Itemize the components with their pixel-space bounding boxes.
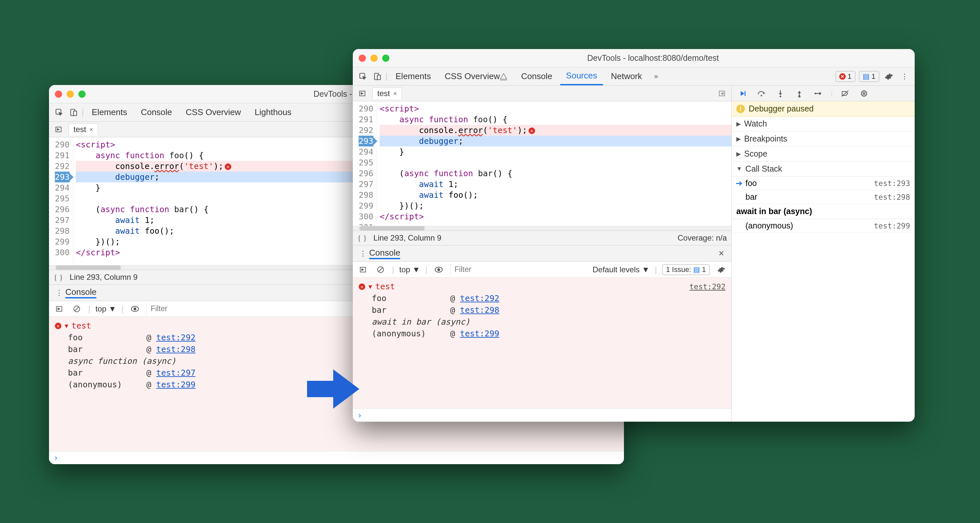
context-selector[interactable]: top ▼ — [95, 304, 116, 314]
close-icon[interactable]: × — [393, 90, 397, 97]
devtools-window-right: DevTools - localhost:8080/demo/test | El… — [353, 49, 915, 422]
device-toggle-icon[interactable] — [371, 70, 383, 83]
more-tabs-icon[interactable]: » — [650, 70, 662, 83]
close-window-icon[interactable] — [359, 54, 366, 62]
more-icon[interactable]: ⋮ — [53, 287, 65, 299]
debugger-sidebar: | i Debugger paused ▶Watch ▶Breakpoints … — [732, 86, 915, 422]
live-expression-icon[interactable] — [129, 303, 141, 315]
section-breakpoints[interactable]: ▶Breakpoints — [732, 131, 915, 147]
callstack-frame[interactable]: footest:293 — [732, 177, 915, 190]
file-tab-label: test — [377, 89, 390, 98]
close-icon[interactable]: × — [89, 126, 94, 133]
svg-line-20 — [379, 268, 382, 272]
stack-frame[interactable]: foo@ test:292 — [359, 293, 725, 304]
clear-console-icon[interactable] — [374, 263, 387, 276]
pretty-print-button[interactable]: { } — [54, 273, 63, 282]
inspect-icon[interactable] — [357, 70, 369, 83]
console-output[interactable]: ✕▼testtest:292foo@ test:292bar@ test:298… — [353, 277, 732, 408]
step-icon[interactable] — [812, 87, 824, 100]
stack-frame[interactable]: await in bar (async) — [359, 316, 725, 328]
code-editor[interactable]: 290291292293294295296297298299300301302 … — [353, 101, 732, 226]
window-controls — [55, 91, 86, 98]
tab-css-overview[interactable]: CSS Overview — [180, 103, 247, 121]
console-settings-icon[interactable] — [715, 263, 727, 276]
maximize-window-icon[interactable] — [382, 54, 390, 62]
svg-point-34 — [815, 92, 816, 94]
debugger-paused-banner: i Debugger paused — [732, 101, 915, 116]
more-icon[interactable]: ⋮ — [357, 247, 369, 260]
source-link: test:292 — [460, 293, 499, 303]
cursor-position: Line 293, Column 9 — [70, 273, 137, 282]
tab-console[interactable]: Console — [515, 67, 558, 85]
svg-marker-6 — [58, 308, 60, 310]
sidebar-toggle-icon[interactable] — [53, 303, 65, 315]
maximize-window-icon[interactable] — [78, 91, 86, 98]
svg-marker-24 — [764, 92, 765, 94]
svg-line-8 — [75, 307, 79, 311]
line-gutter: 290291292293294295296297298299300 — [49, 137, 73, 265]
line-gutter: 290291292293294295296297298299300301302 — [353, 101, 377, 226]
debugger-toggle-icon[interactable] — [716, 87, 728, 100]
tab-console[interactable]: Console — [135, 103, 178, 121]
drawer-tab-console[interactable]: Console — [65, 287, 96, 298]
svg-point-21 — [438, 268, 440, 271]
console-filter-input[interactable] — [450, 263, 587, 276]
console-prompt[interactable]: › — [353, 408, 732, 422]
clear-console-icon[interactable] — [70, 303, 83, 315]
svg-marker-39 — [307, 369, 360, 408]
callstack-frame[interactable]: (anonymous)test:299 — [732, 219, 915, 233]
svg-point-9 — [134, 308, 136, 310]
tab-network[interactable]: Network — [605, 67, 648, 85]
source-link: test:292 — [689, 281, 725, 293]
section-scope[interactable]: ▶Scope — [732, 147, 915, 161]
close-window-icon[interactable] — [55, 91, 62, 98]
stack-frame[interactable]: bar@ test:298 — [359, 304, 725, 316]
tab-sources[interactable]: Sources — [560, 67, 603, 85]
pretty-print-button[interactable]: { } — [357, 234, 367, 242]
svg-marker-22 — [741, 91, 745, 96]
drawer-tab-console[interactable]: Console — [369, 248, 400, 259]
inspect-icon[interactable] — [53, 106, 65, 119]
file-tab-test[interactable]: test × — [372, 87, 402, 99]
console-prompt[interactable]: › — [49, 451, 624, 464]
callstack-frame[interactable]: bartest:298 — [732, 190, 915, 204]
minimize-window-icon[interactable] — [371, 54, 378, 62]
resume-icon[interactable] — [736, 87, 749, 100]
error-badge[interactable]: ✕1 — [835, 71, 856, 82]
step-out-icon[interactable] — [793, 87, 805, 100]
pause-exceptions-icon[interactable] — [858, 87, 870, 100]
sidebar-toggle-icon[interactable] — [357, 263, 369, 276]
step-into-icon[interactable] — [774, 87, 787, 100]
error-message: test — [375, 281, 395, 293]
section-watch[interactable]: ▶Watch — [732, 116, 915, 131]
settings-icon[interactable] — [883, 70, 895, 83]
section-callstack[interactable]: ▼Call Stack — [732, 161, 915, 177]
stack-frame[interactable]: (anonymous)@ test:299 — [359, 328, 725, 340]
navigator-toggle-icon[interactable] — [356, 87, 369, 100]
step-over-icon[interactable] — [755, 87, 768, 100]
titlebar[interactable]: DevTools - localhost:8080/demo/test — [353, 49, 915, 67]
deactivate-breakpoints-icon[interactable] — [839, 87, 851, 100]
file-tab-label: test — [73, 125, 86, 134]
device-toggle-icon[interactable] — [67, 106, 80, 119]
svg-rect-2 — [73, 111, 77, 115]
tab-css-overview[interactable]: CSS Overview ⧋ — [439, 67, 513, 85]
close-drawer-icon[interactable]: ✕ — [715, 247, 727, 260]
main-tabbar: | Elements CSS Overview ⧋ Console Source… — [353, 67, 915, 86]
tab-elements[interactable]: Elements — [86, 103, 133, 121]
message-badge[interactable]: ▤1 — [859, 71, 880, 82]
tab-lighthouse[interactable]: Lighthous — [249, 103, 298, 121]
file-tab-test[interactable]: test × — [68, 123, 98, 136]
navigator-toggle-icon[interactable] — [52, 123, 65, 136]
issues-badge[interactable]: 1 Issue: ▤ 1 — [662, 264, 710, 275]
minimize-window-icon[interactable] — [67, 91, 74, 98]
context-selector[interactable]: top ▼ — [399, 265, 420, 274]
log-levels-selector[interactable]: Default levels ▼ — [593, 265, 650, 274]
svg-marker-33 — [819, 92, 822, 95]
more-icon[interactable]: ⋮ — [898, 70, 911, 83]
editor-pane: test × 290291292293294295296297298299300… — [353, 86, 732, 422]
horizontal-scrollbar[interactable] — [353, 226, 732, 230]
code-content[interactable]: <script> async function foo() { console.… — [377, 101, 732, 226]
live-expression-icon[interactable] — [433, 263, 445, 276]
tab-elements[interactable]: Elements — [390, 67, 437, 85]
